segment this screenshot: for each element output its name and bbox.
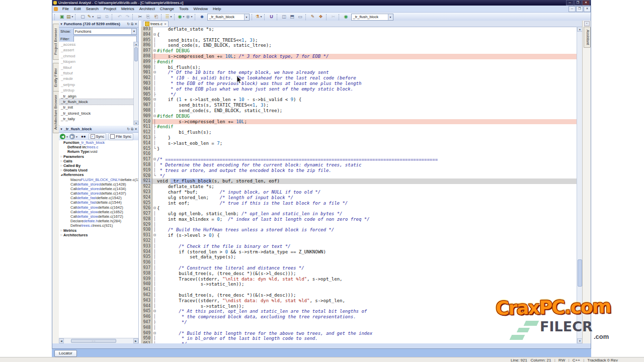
code-line[interactable]: 900│ bi_flush(s); <box>141 65 577 70</box>
code-line[interactable]: 905├ */ <box>141 92 577 98</box>
mdi-restore-button[interactable]: ❐ <box>576 6 583 12</box>
layout-single-icon[interactable]: ◫ <box>280 14 288 21</box>
code-line[interactable]: 951├ */ <box>141 341 577 343</box>
function-item[interactable]: _tr_flush_block <box>59 99 134 105</box>
code-line[interactable]: 898│ s->compressed_len += 10L; /* 3 for … <box>141 54 577 59</box>
tab-assistant[interactable]: Assistant <box>584 27 591 48</box>
menu-file[interactable]: File <box>60 7 71 11</box>
code-line[interactable]: 919│ * trees or store, and output the en… <box>141 168 577 173</box>
sync-checkbox[interactable]: ✓ Sync <box>89 133 107 140</box>
close-button[interactable]: ✕ <box>582 0 590 6</box>
panel-menu-arrow-icon[interactable]: ▼ <box>60 23 63 26</box>
info-tree-row[interactable]: Call deflate_fast deflate.c(1542) <box>59 196 138 200</box>
title-bar[interactable]: Understand Analyst - C:\sti\sample\zlib\… <box>52 0 591 6</box>
binoculars-icon[interactable]: ●● <box>81 134 86 139</box>
code-line[interactable]: 949⊟ /* Build the bit length tree for th… <box>141 331 577 336</box>
code-line[interactable]: 929│ <box>141 222 577 228</box>
menu-tools[interactable]: Tools <box>177 7 191 11</box>
info-horizontal-scrollbar[interactable]: ◀ ⁘⁘ ▶ <box>59 338 138 343</box>
tab-close-icon[interactable]: ✕ <box>164 22 167 26</box>
info-tree-row[interactable]: Call deflate_slow deflate.c(1672) <box>59 214 138 219</box>
info-tree-row[interactable]: ▷Called By <box>59 163 138 168</box>
code-line[interactable]: 945⊟ /* At this point, opt_len and stati… <box>141 309 577 314</box>
code-line[interactable]: 913├ } <box>141 135 577 141</box>
code-line[interactable]: 893 deflate_state *s; <box>141 27 577 32</box>
paste-icon[interactable]: ⎗ <box>152 14 160 21</box>
code-line[interactable]: 901⊟ /* Of the 10 bits for the empty blo… <box>141 70 577 75</box>
panel-mini-icon[interactable]: ▪ <box>584 21 590 26</box>
scope-dot-icon[interactable]: ◉ <box>342 14 350 21</box>
copy-icon[interactable]: ⎘ <box>144 14 152 21</box>
code-line[interactable]: 948│ <box>141 325 577 331</box>
code-line[interactable]: 907│ send_bits(s, STATIC_TREES<<1, 3); <box>141 103 577 108</box>
function-item[interactable]: _assert <box>59 47 134 53</box>
entity-person-icon[interactable]: ☻ <box>198 14 206 21</box>
editor-pencil-icon[interactable]: ✎ <box>309 14 317 21</box>
code-line[interactable]: 928│ int max_blindex = 0; /* index of la… <box>141 217 577 222</box>
info-tree-row[interactable]: Define trees.c trees.c(921) <box>59 223 138 228</box>
menu-architect[interactable]: Architect <box>137 7 157 11</box>
chevron-down-icon[interactable]: ▼ <box>75 135 78 138</box>
entity-history-combo[interactable]: _tr_flush_block▼ <box>207 14 250 21</box>
scroll-down-icon[interactable]: ▼ <box>134 121 138 125</box>
refresh-icon[interactable]: ↻ <box>127 22 130 26</box>
code-line[interactable]: 895│ send_bits(s, STATIC_TREES<<1, 3); <box>141 38 577 43</box>
mdi-close-button[interactable]: ✕ <box>584 6 591 12</box>
scroll-right-icon[interactable]: ▶ <box>133 338 138 343</box>
code-line[interactable]: 944│ s->static_len)); <box>141 304 577 309</box>
code-line[interactable]: 947├ */ <box>141 320 577 325</box>
code-line[interactable]: 906⊟ if (1 + s->last_eob_len + 10 - s->b… <box>141 97 577 103</box>
function-item[interactable]: _strdup <box>59 87 134 93</box>
code-line[interactable]: 899├#endif <box>141 59 577 65</box>
code-line[interactable]: 931⊟ if (s->level > 0) { <box>141 233 577 238</box>
code-line[interactable]: 916 <box>141 151 577 157</box>
function-item[interactable]: _mkdir <box>59 76 134 81</box>
info-tree-row[interactable]: Call deflate_stored deflate.c(1428) <box>59 182 138 187</box>
function-item[interactable]: _setjmp <box>59 82 134 87</box>
fold-toggle-icon[interactable]: ⊟ <box>152 48 157 54</box>
info-tree-row[interactable]: ◢References <box>59 172 138 177</box>
menu-edit[interactable]: Edit <box>71 7 84 11</box>
fold-toggle-icon[interactable]: ⊟ <box>152 114 157 119</box>
file-sync-checkbox[interactable]: File Sync <box>108 133 133 140</box>
code-line[interactable]: 923 charf *buf; /* input block, or NULL … <box>141 190 577 195</box>
info-tree-row[interactable]: Call deflate_slow deflate.c(1642) <box>59 205 138 210</box>
menu-metrics[interactable]: Metrics <box>119 7 137 11</box>
info-tree-row[interactable]: Defined in: trees.c <box>59 145 138 149</box>
fold-toggle-icon[interactable]: ⊟ <box>152 32 157 38</box>
code-line[interactable]: 930│ /* Build the Huffman trees unless a… <box>141 227 577 233</box>
code-line[interactable]: 897⊟#ifdef DEBUG <box>141 48 577 54</box>
code-line[interactable]: 908│ send_code(s, END_BLOCK, static_ltre… <box>141 108 577 114</box>
code-line[interactable]: 935│ set_data_type(s); <box>141 254 577 260</box>
function-item[interactable]: _tr_tally <box>59 116 134 122</box>
fold-toggle-icon[interactable]: ⊟ <box>152 157 157 162</box>
maximize-button[interactable]: ❐ <box>574 0 582 6</box>
open-project-icon[interactable]: ▤▼ <box>66 14 74 21</box>
code-line[interactable]: 925 int eof; /* true if this is the last… <box>141 201 577 206</box>
function-item[interactable]: _tr_stored_block <box>59 111 134 116</box>
layout-tabbed-icon[interactable]: ▭ <box>296 14 304 21</box>
code-line[interactable]: 915└} <box>141 146 577 152</box>
info-tree-row[interactable]: Return Type: void <box>59 149 138 154</box>
code-line[interactable]: 939│ Tracev((stderr, "\nlit data: dyn %l… <box>141 277 577 282</box>
chevron-down-icon[interactable]: ▼ <box>66 135 68 138</box>
menu-project[interactable]: Project <box>101 7 119 11</box>
menu-search[interactable]: Search <box>84 7 101 11</box>
fold-toggle-icon[interactable]: ⊟ <box>152 309 157 314</box>
info-tree-row[interactable]: Function _tr_flush_block <box>59 140 138 145</box>
analyze-flask-icon[interactable]: ⚗▼ <box>255 14 263 21</box>
code-line[interactable]: 946│ * the compressed block data, exclud… <box>141 314 577 320</box>
code-line[interactable]: 926⊟{ <box>141 206 577 211</box>
info-tree-row[interactable]: Call deflate_slow deflate.c(1652) <box>59 210 138 214</box>
code-line[interactable]: 920└ */ <box>141 173 577 179</box>
history-forward-icon[interactable]: ▶ <box>69 134 75 139</box>
close-panel-icon[interactable]: ✕ <box>134 22 137 26</box>
tree-expand-icon[interactable]: ▷ <box>60 154 63 159</box>
code-line[interactable]: 938│ build_tree(s, (tree_desc *)(&(s->l_… <box>141 271 577 277</box>
info-tree-row[interactable]: Call deflate_stored deflate.c(1434) <box>59 187 138 191</box>
code-line[interactable]: 896│ send_code(s, END_BLOCK, static_ltre… <box>141 43 577 48</box>
code-line[interactable]: 917⊟/* =================================… <box>141 157 577 162</box>
edit-icon[interactable]: ✎▼ <box>87 14 95 21</box>
understand-pen-icon[interactable]: U <box>268 14 276 21</box>
panel-menu-arrow-icon[interactable]: ▼ <box>60 128 63 131</box>
